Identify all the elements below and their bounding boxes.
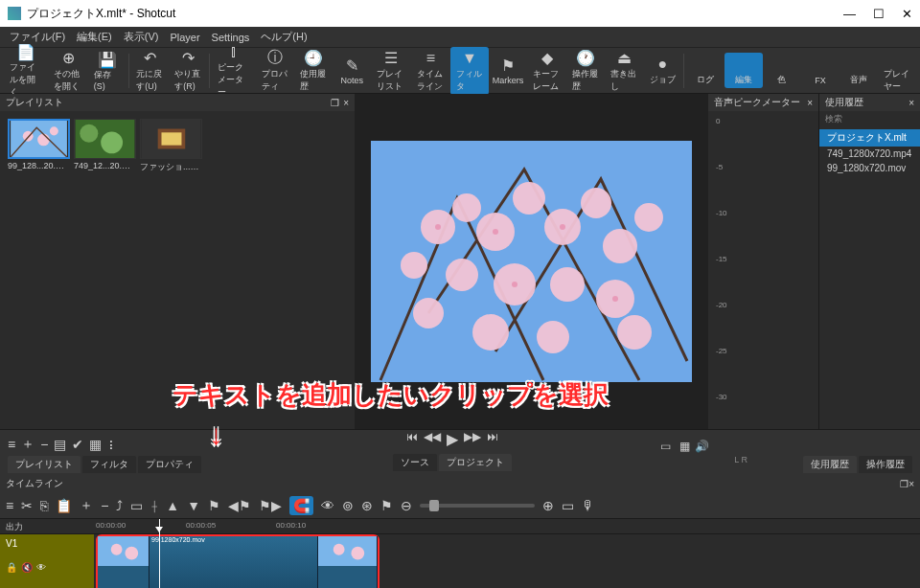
peakmeter-button[interactable]: ⫿ピークメーター bbox=[212, 40, 256, 101]
open-file-button[interactable]: 📄ファイルを開く bbox=[4, 40, 48, 101]
timeline-tracks[interactable]: 00:00:00 00:00:05 00:00:10 99 1280x720.m… bbox=[94, 519, 920, 588]
lock-icon[interactable]: 🔒 bbox=[6, 562, 17, 573]
remove-icon[interactable]: − bbox=[40, 437, 48, 452]
paste-icon[interactable]: 📋 bbox=[56, 498, 72, 513]
playlist-item[interactable]: 99_128...20.mov bbox=[8, 119, 70, 173]
record-icon[interactable]: 🎙 bbox=[582, 498, 595, 513]
filters-button[interactable]: ▼フィルタ bbox=[450, 47, 489, 95]
menu-edit[interactable]: 編集(E) bbox=[71, 28, 118, 46]
panel-close-icon[interactable]: × bbox=[908, 98, 914, 108]
video-clip[interactable]: 99 1280x720.mov bbox=[96, 534, 380, 588]
minimize-button[interactable]: — bbox=[843, 7, 856, 21]
zoom-fit-icon[interactable]: ▭ bbox=[562, 498, 574, 513]
menu-player[interactable]: Player bbox=[164, 30, 205, 45]
menu-icon[interactable]: ≡ bbox=[6, 498, 13, 513]
log-button[interactable]: ログ bbox=[686, 53, 724, 88]
grid-icon[interactable]: ▦ bbox=[679, 440, 690, 453]
zoom-fit-icon[interactable]: ▭ bbox=[660, 440, 671, 453]
add-icon[interactable]: ＋ bbox=[80, 497, 93, 514]
history-button[interactable]: 🕐操作履歴 bbox=[566, 47, 605, 95]
audio-button[interactable]: 音声 bbox=[840, 53, 878, 88]
color-button[interactable]: 色 bbox=[763, 53, 801, 88]
prev-frame-icon[interactable]: ◀◀ bbox=[424, 430, 441, 448]
overwrite-icon[interactable]: ▭ bbox=[130, 498, 143, 513]
ripple-icon[interactable]: ⊚ bbox=[342, 498, 354, 513]
playlist-item[interactable]: ファッショ...を.mp3 bbox=[140, 119, 202, 173]
panel-close-icon[interactable]: × bbox=[343, 98, 349, 108]
playhead[interactable] bbox=[159, 519, 160, 588]
separator bbox=[128, 54, 129, 88]
prev-marker-icon[interactable]: ◀⚑ bbox=[228, 498, 251, 513]
copy-icon[interactable]: ⎘ bbox=[40, 498, 48, 513]
check-icon[interactable]: ✔ bbox=[72, 437, 83, 452]
properties-button[interactable]: ⓘプロパティ bbox=[256, 47, 294, 95]
tab-properties[interactable]: プロパティ bbox=[138, 456, 201, 473]
fx-button[interactable]: FX bbox=[801, 55, 840, 87]
next-marker-icon[interactable]: ⚑▶ bbox=[259, 498, 282, 513]
playlist-button[interactable]: ☰プレイリスト bbox=[371, 47, 410, 95]
panel-close-icon[interactable]: × bbox=[807, 98, 813, 108]
zoom-slider[interactable] bbox=[420, 504, 535, 508]
marker-icon[interactable]: ⚑ bbox=[208, 498, 220, 513]
video-preview[interactable] bbox=[371, 141, 692, 382]
history-item[interactable]: 99_1280x720.mov bbox=[819, 161, 920, 175]
history-item[interactable]: プロジェクトX.mlt bbox=[819, 129, 920, 147]
ripple-all-icon[interactable]: ⊛ bbox=[361, 498, 373, 513]
menu-icon[interactable]: ≡ bbox=[8, 437, 15, 452]
tab-playlist[interactable]: プレイリスト bbox=[8, 456, 80, 473]
editing-button[interactable]: 編集 bbox=[724, 53, 763, 88]
maximize-button[interactable]: ☐ bbox=[873, 7, 885, 21]
add-icon[interactable]: ＋ bbox=[21, 436, 34, 453]
separator bbox=[209, 54, 210, 88]
redo-button[interactable]: ↷やり直す(R) bbox=[169, 47, 207, 95]
close-button[interactable]: ✕ bbox=[902, 7, 912, 21]
down-icon[interactable]: ▼ bbox=[187, 498, 200, 513]
skip-start-icon[interactable]: ⏮ bbox=[406, 430, 418, 448]
v1-track-head[interactable]: V1 🔒 🔇 👁 bbox=[0, 534, 94, 588]
scrub-icon[interactable]: 👁 bbox=[321, 498, 334, 513]
cut-icon[interactable]: ✂ bbox=[21, 498, 33, 513]
export-button[interactable]: ⏏書き出し bbox=[605, 47, 643, 95]
keyframes-button[interactable]: ◆キーフレーム bbox=[527, 47, 566, 95]
panel-close-icon[interactable]: × bbox=[908, 479, 914, 489]
next-frame-icon[interactable]: ▶▶ bbox=[464, 430, 481, 448]
player-button[interactable]: プレイヤー bbox=[878, 47, 916, 95]
time-ruler[interactable]: 00:00:00 00:00:05 00:00:10 bbox=[94, 519, 920, 534]
notes-button[interactable]: ✎Notes bbox=[333, 55, 371, 87]
menu-help[interactable]: ヘルプ(H) bbox=[255, 28, 312, 46]
panel-float-icon[interactable]: ❐ bbox=[900, 479, 908, 489]
playlist-item[interactable]: 749_12...20.mp4 bbox=[74, 119, 136, 173]
recent-button[interactable]: 🕘使用履歴 bbox=[294, 47, 333, 95]
output-track-head[interactable]: 出力 bbox=[0, 519, 94, 534]
zoom-out-icon[interactable]: ⊖ bbox=[401, 498, 412, 513]
list-icon[interactable]: ▤ bbox=[54, 437, 66, 452]
history-item[interactable]: 749_1280x720.mp4 bbox=[819, 147, 920, 161]
skip-end-icon[interactable]: ⏭ bbox=[487, 430, 498, 448]
open-other-button[interactable]: ⊕その他を開く bbox=[48, 47, 87, 95]
hide-icon[interactable]: 👁 bbox=[36, 562, 46, 573]
jobs-button[interactable]: ●ジョブ bbox=[643, 53, 681, 88]
more-icon[interactable]: ⫶ bbox=[107, 437, 114, 452]
volume-icon[interactable]: 🔊 bbox=[695, 440, 709, 453]
play-icon[interactable]: ▶ bbox=[447, 430, 458, 448]
tab-filters[interactable]: フィルタ bbox=[82, 456, 136, 473]
tab-recent[interactable]: 使用履歴 bbox=[803, 456, 857, 473]
zoom-in-icon[interactable]: ⊕ bbox=[542, 498, 554, 513]
tab-source[interactable]: ソース bbox=[393, 454, 437, 471]
save-button[interactable]: 💾保存(S) bbox=[88, 48, 126, 93]
markers-button[interactable]: ⚑Markers bbox=[489, 55, 527, 87]
snap-icon[interactable]: 🧲 bbox=[289, 496, 313, 515]
tab-history[interactable]: 操作履歴 bbox=[859, 456, 912, 473]
split-icon[interactable]: ⟊ bbox=[150, 498, 158, 513]
up-icon[interactable]: ▲ bbox=[166, 498, 179, 513]
mute-icon[interactable]: 🔇 bbox=[21, 562, 33, 573]
menu-view[interactable]: 表示(V) bbox=[118, 28, 165, 46]
ripple-markers-icon[interactable]: ⚑ bbox=[380, 498, 393, 513]
grid-icon[interactable]: ▦ bbox=[89, 437, 102, 452]
lift-icon[interactable]: ⤴ bbox=[116, 498, 123, 513]
tab-project[interactable]: プロジェクト bbox=[439, 454, 512, 471]
panel-float-icon[interactable]: ❐ bbox=[331, 98, 339, 108]
timeline-button[interactable]: ≡タイムライン bbox=[411, 47, 450, 95]
undo-button[interactable]: ↶元に戻す(U) bbox=[130, 47, 169, 95]
remove-icon[interactable]: − bbox=[101, 498, 108, 513]
